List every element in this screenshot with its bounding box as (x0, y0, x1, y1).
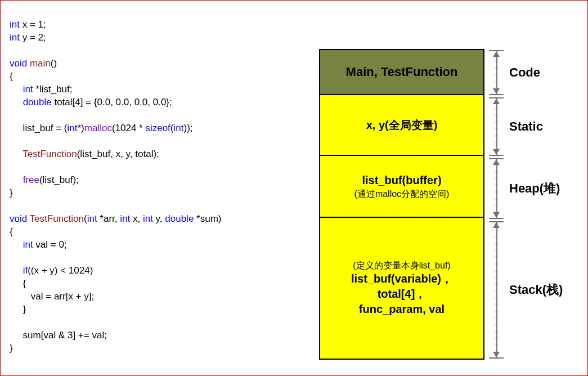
brace: { (10, 226, 13, 237)
code-listing: int x = 1; int y = 2; void main() { int … (10, 5, 313, 371)
mem-static-title: x, y(全局变量) (366, 118, 438, 133)
diagram-canvas: int x = 1; int y = 2; void main() { int … (0, 0, 588, 376)
code-text: list_buf = ( (10, 123, 68, 133)
kw-double: double (165, 213, 194, 224)
mem-stack-l2: total[4]， (378, 287, 427, 302)
code-text: *sum) (194, 213, 221, 224)
kw-int: int (120, 213, 130, 224)
lib-free: free (23, 174, 39, 185)
label-slot-code: Code (489, 49, 578, 96)
label-slot-stack: Stack(栈) (489, 220, 578, 360)
brace: { (10, 71, 13, 82)
code-text: y, (153, 213, 165, 224)
label-heap: Heap(堆) (504, 180, 560, 197)
brace: } (10, 187, 13, 198)
kw-int: int (10, 32, 20, 43)
label-static: Static (504, 119, 543, 134)
code-text: x = 1; (20, 19, 46, 30)
mem-segment-heap: list_buf(buffer) (通过malloc分配的空间) (320, 156, 483, 218)
code-text: total[4] = {0.0, 0.0, 0.0, 0.0}; (52, 97, 172, 108)
code-text: *arr, (97, 213, 120, 224)
fn-main: main (27, 58, 51, 69)
label-stack: Stack(栈) (504, 281, 563, 298)
kw-int: int (10, 19, 20, 30)
mem-stack-l3: func_param, val (359, 302, 445, 317)
code-text: y = 2; (20, 32, 46, 43)
lib-malloc: malloc (84, 123, 112, 133)
kw-void: void (10, 213, 27, 224)
code-text: *) (77, 123, 84, 133)
fn-testfunction-def: TestFunction (27, 213, 84, 224)
kw-int: int (143, 213, 153, 224)
bracket-icon (489, 220, 504, 360)
kw-void: void (10, 58, 27, 69)
code-text: () (51, 58, 57, 69)
kw-int: int (68, 123, 78, 133)
bracket-icon (489, 157, 504, 220)
bracket-icon (489, 96, 504, 157)
kw-int: int (174, 123, 184, 133)
memory-boxes: Main, TestFunction x, y(全局变量) list_buf(b… (319, 49, 484, 360)
brace: } (10, 343, 13, 353)
label-slot-heap: Heap(堆) (489, 157, 578, 220)
memory-diagram: Main, TestFunction x, y(全局变量) list_buf(b… (313, 5, 578, 371)
mem-segment-static: x, y(全局变量) (320, 95, 483, 156)
memory-labels: Code Static Heap(堆) Stack(栈) (484, 49, 578, 360)
kw-int: int (23, 239, 33, 250)
mem-stack-sub: (定义的变量本身list_buf) (353, 259, 450, 272)
kw-if: if (23, 265, 28, 276)
brace: { (10, 278, 26, 289)
kw-int: int (23, 84, 33, 95)
code-text: *list_buf; (33, 84, 73, 95)
code-text: sum[val & 3] += val; (10, 330, 107, 341)
label-code: Code (504, 65, 540, 80)
kw-double: double (23, 97, 52, 108)
mem-code-title: Main, TestFunction (346, 64, 458, 80)
mem-segment-code: Main, TestFunction (320, 50, 483, 95)
fn-testfunction-call: TestFunction (23, 149, 77, 159)
brace: } (10, 304, 26, 315)
code-text: (list_buf, x, y, total); (77, 149, 159, 159)
label-slot-static: Static (489, 96, 578, 157)
code-text: val = 0; (33, 239, 67, 250)
mem-segment-stack: (定义的变量本身list_buf) list_buf(variable)， to… (320, 218, 483, 359)
mem-stack-l1: list_buf(variable)， (351, 271, 452, 287)
code-text: val = arr[x + y]; (10, 291, 94, 302)
mem-heap-title: list_buf(buffer) (362, 173, 441, 188)
mem-heap-sub: (通过malloc分配的空间) (354, 188, 450, 200)
code-text: (1024 * (112, 123, 146, 133)
kw-sizeof: sizeof (145, 123, 170, 133)
code-text: x, (130, 213, 143, 224)
code-text: (list_buf); (39, 174, 79, 185)
code-text: ((x + y) < 1024) (28, 265, 93, 276)
code-text: )); (184, 123, 193, 133)
bracket-icon (489, 49, 504, 96)
kw-int: int (87, 213, 97, 224)
